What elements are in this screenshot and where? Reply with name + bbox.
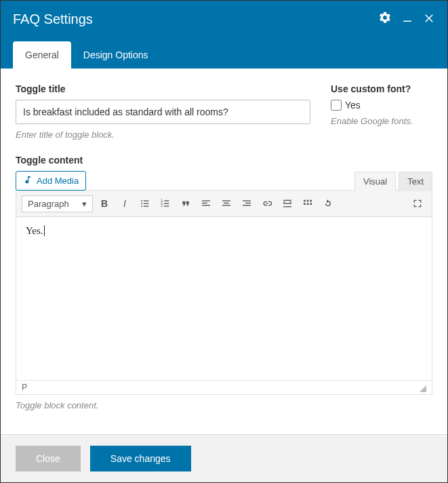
toggle-content-hint: Toggle block content. <box>16 400 432 410</box>
numbered-list-button[interactable]: 123 <box>157 195 174 212</box>
editor-toolbar: Paragraph ▾ B I 123 <box>16 191 432 217</box>
svg-point-3 <box>141 203 142 204</box>
svg-rect-31 <box>307 203 309 205</box>
custom-font-hint: Enable Google fonts. <box>331 116 432 126</box>
format-dropdown-label: Paragraph <box>28 199 69 209</box>
editor-content-area[interactable]: Yes. <box>16 217 432 380</box>
align-center-button[interactable] <box>218 195 235 212</box>
format-dropdown[interactable]: Paragraph ▾ <box>22 195 93 212</box>
svg-rect-27 <box>304 200 306 202</box>
svg-rect-14 <box>202 203 207 204</box>
resize-grip-icon[interactable] <box>420 385 426 392</box>
svg-rect-2 <box>144 200 148 201</box>
custom-font-label: Use custom font? <box>331 83 432 94</box>
svg-rect-8 <box>164 200 169 201</box>
align-right-button[interactable] <box>238 195 256 212</box>
tab-general[interactable]: General <box>13 41 71 69</box>
modal-title: FAQ Settings <box>13 12 378 27</box>
custom-font-checkbox[interactable] <box>331 100 342 111</box>
svg-rect-20 <box>245 203 251 204</box>
minimize-icon[interactable] <box>401 12 413 26</box>
svg-rect-21 <box>243 205 251 206</box>
svg-point-1 <box>141 200 142 201</box>
editor-tab-visual[interactable]: Visual <box>354 172 396 191</box>
save-button[interactable]: Save changes <box>90 446 191 471</box>
tabs-bar: General Design Options <box>1 37 447 69</box>
svg-rect-0 <box>403 21 411 22</box>
tab-design-options[interactable]: Design Options <box>71 41 161 69</box>
editor-text: Yes. <box>26 225 45 236</box>
bold-button[interactable]: B <box>96 195 113 212</box>
editor-status-bar: P <box>16 380 432 394</box>
toolbar-toggle-button[interactable] <box>299 195 317 212</box>
svg-rect-30 <box>304 203 306 205</box>
svg-rect-6 <box>144 206 148 206</box>
svg-rect-32 <box>310 203 312 205</box>
svg-rect-15 <box>202 205 210 206</box>
fullscreen-button[interactable] <box>409 195 426 212</box>
svg-rect-18 <box>222 205 230 206</box>
editor-path: P <box>22 383 27 392</box>
svg-rect-23 <box>283 203 291 204</box>
link-button[interactable] <box>258 195 276 212</box>
svg-rect-12 <box>164 206 169 206</box>
svg-point-5 <box>141 206 142 207</box>
toggle-content-label: Toggle content <box>16 155 432 166</box>
svg-rect-28 <box>307 200 309 202</box>
chevron-down-icon: ▾ <box>82 199 87 209</box>
read-more-button[interactable] <box>279 195 296 212</box>
svg-rect-10 <box>164 203 169 204</box>
svg-rect-29 <box>310 200 312 202</box>
svg-rect-26 <box>289 201 291 202</box>
add-media-button[interactable]: Add Media <box>16 171 86 191</box>
toggle-title-hint: Enter title of toggle block. <box>16 130 310 140</box>
modal-body: Toggle title Enter title of toggle block… <box>1 69 447 434</box>
rich-text-editor: Paragraph ▾ B I 123 <box>16 190 432 395</box>
music-note-icon <box>23 175 33 187</box>
svg-rect-24 <box>283 206 291 207</box>
custom-font-checkbox-label: Yes <box>345 100 361 111</box>
svg-rect-19 <box>243 200 251 201</box>
svg-rect-17 <box>224 203 229 204</box>
modal-header: FAQ Settings <box>1 1 447 37</box>
svg-rect-22 <box>283 200 291 201</box>
editor-tab-text[interactable]: Text <box>399 172 432 191</box>
svg-text:3: 3 <box>161 204 163 208</box>
add-media-label: Add Media <box>37 176 79 186</box>
modal-footer: Close Save changes <box>1 434 447 482</box>
settings-icon[interactable] <box>378 11 392 27</box>
toggle-title-label: Toggle title <box>16 83 310 94</box>
bullet-list-button[interactable] <box>136 195 154 212</box>
close-icon[interactable] <box>423 12 435 26</box>
svg-rect-25 <box>283 201 285 202</box>
close-button[interactable]: Close <box>16 446 81 471</box>
svg-rect-13 <box>202 200 210 201</box>
italic-button[interactable]: I <box>116 195 134 212</box>
toggle-title-input[interactable] <box>16 100 310 124</box>
svg-rect-16 <box>222 200 230 201</box>
align-left-button[interactable] <box>197 195 215 212</box>
svg-rect-4 <box>144 203 148 204</box>
blockquote-button[interactable] <box>177 195 195 212</box>
refresh-button[interactable] <box>319 195 337 212</box>
